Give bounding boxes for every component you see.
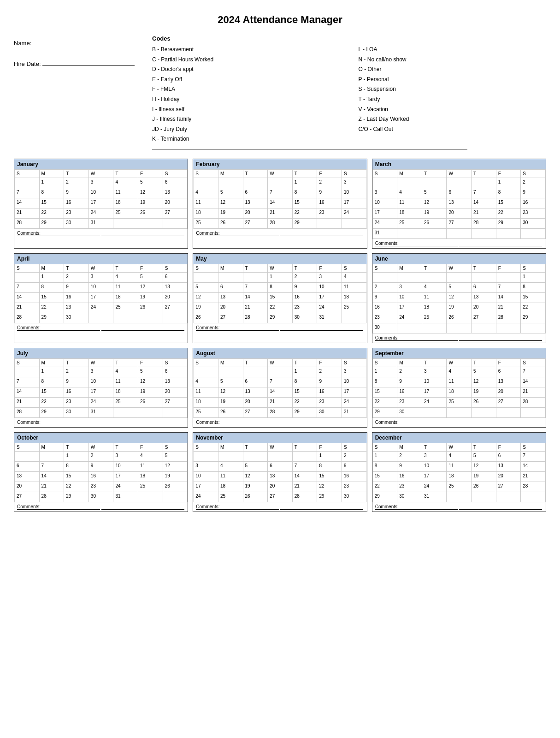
calendar-day-cell[interactable]: 21 <box>15 397 40 407</box>
calendar-day-cell[interactable]: 3 <box>372 188 397 198</box>
calendar-day-cell[interactable]: 16 <box>397 387 422 397</box>
calendar-day-cell[interactable]: 31 <box>372 228 397 238</box>
calendar-day-cell[interactable]: 2 <box>397 367 422 377</box>
calendar-day-cell[interactable]: 24 <box>422 482 447 492</box>
calendar-day-cell[interactable]: 2 <box>64 178 89 188</box>
calendar-day-cell[interactable]: 10 <box>317 282 342 292</box>
calendar-day-cell[interactable]: 27 <box>447 218 472 228</box>
calendar-day-cell[interactable]: 4 <box>113 178 138 188</box>
calendar-day-cell[interactable]: 26 <box>472 482 496 492</box>
calendar-day-cell[interactable]: 31 <box>113 492 138 502</box>
calendar-day-cell[interactable]: 6 <box>243 377 268 387</box>
calendar-day-cell[interactable]: 27 <box>218 313 243 323</box>
calendar-day-cell[interactable]: 21 <box>521 387 546 397</box>
calendar-day-cell[interactable]: 30 <box>64 313 89 323</box>
calendar-day-cell[interactable]: 28 <box>521 397 546 407</box>
calendar-day-cell[interactable]: 23 <box>521 208 546 218</box>
calendar-day-cell[interactable]: 20 <box>243 397 268 407</box>
calendar-day-cell[interactable] <box>163 313 188 323</box>
calendar-day-cell[interactable]: 9 <box>521 188 546 198</box>
calendar-day-cell[interactable]: 18 <box>397 208 422 218</box>
calendar-day-cell[interactable]: 31 <box>422 492 447 502</box>
calendar-day-cell[interactable] <box>521 492 546 502</box>
calendar-day-cell[interactable]: 16 <box>64 198 89 208</box>
calendar-day-cell[interactable]: 25 <box>397 218 422 228</box>
calendar-day-cell[interactable]: 30 <box>372 323 397 333</box>
calendar-day-cell[interactable]: 17 <box>88 292 113 303</box>
calendar-day-cell[interactable]: 29 <box>372 407 397 417</box>
calendar-day-cell[interactable] <box>218 178 243 188</box>
calendar-day-cell[interactable]: 8 <box>317 461 342 471</box>
calendar-day-cell[interactable]: 7 <box>15 377 40 387</box>
calendar-day-cell[interactable] <box>218 272 243 282</box>
calendar-day-cell[interactable]: 20 <box>218 303 243 313</box>
calendar-day-cell[interactable]: 17 <box>88 387 113 397</box>
calendar-day-cell[interactable]: 23 <box>64 303 89 313</box>
calendar-day-cell[interactable]: 14 <box>243 292 268 303</box>
calendar-day-cell[interactable]: 25 <box>218 492 243 502</box>
calendar-day-cell[interactable] <box>422 228 447 238</box>
calendar-day-cell[interactable]: 19 <box>422 208 447 218</box>
calendar-day-cell[interactable] <box>194 272 218 282</box>
calendar-day-cell[interactable]: 12 <box>243 471 268 482</box>
calendar-day-cell[interactable] <box>472 407 496 417</box>
calendar-day-cell[interactable] <box>422 178 447 188</box>
calendar-day-cell[interactable]: 20 <box>268 482 293 492</box>
calendar-day-cell[interactable] <box>163 407 188 417</box>
calendar-day-cell[interactable]: 14 <box>39 471 64 482</box>
calendar-day-cell[interactable]: 8 <box>496 188 521 198</box>
calendar-day-cell[interactable]: 16 <box>521 198 546 208</box>
calendar-day-cell[interactable]: 4 <box>113 272 138 282</box>
calendar-day-cell[interactable]: 26 <box>447 313 472 323</box>
calendar-day-cell[interactable] <box>243 451 268 461</box>
calendar-day-cell[interactable]: 30 <box>521 218 546 228</box>
calendar-day-cell[interactable]: 20 <box>447 208 472 218</box>
calendar-day-cell[interactable] <box>521 323 546 333</box>
calendar-day-cell[interactable]: 23 <box>88 482 113 492</box>
calendar-day-cell[interactable] <box>422 323 447 333</box>
calendar-day-cell[interactable]: 21 <box>39 482 64 492</box>
calendar-day-cell[interactable]: 16 <box>397 471 422 482</box>
calendar-day-cell[interactable]: 29 <box>292 218 317 228</box>
calendar-day-cell[interactable] <box>496 323 521 333</box>
calendar-day-cell[interactable] <box>15 272 40 282</box>
calendar-day-cell[interactable]: 18 <box>194 208 218 218</box>
calendar-day-cell[interactable]: 21 <box>472 208 496 218</box>
calendar-day-cell[interactable] <box>194 178 218 188</box>
calendar-day-cell[interactable]: 17 <box>397 303 422 313</box>
calendar-day-cell[interactable] <box>397 272 422 282</box>
calendar-day-cell[interactable]: 8 <box>39 282 64 292</box>
calendar-day-cell[interactable] <box>163 492 188 502</box>
calendar-day-cell[interactable]: 7 <box>496 282 521 292</box>
calendar-day-cell[interactable]: 21 <box>496 303 521 313</box>
calendar-day-cell[interactable]: 1 <box>372 367 397 377</box>
calendar-day-cell[interactable] <box>496 492 521 502</box>
calendar-day-cell[interactable]: 4 <box>218 461 243 471</box>
calendar-day-cell[interactable]: 20 <box>496 471 521 482</box>
calendar-day-cell[interactable]: 23 <box>397 397 422 407</box>
calendar-day-cell[interactable]: 8 <box>372 461 397 471</box>
calendar-day-cell[interactable]: 29 <box>39 218 64 228</box>
calendar-day-cell[interactable] <box>138 492 163 502</box>
calendar-day-cell[interactable]: 7 <box>292 461 317 471</box>
calendar-day-cell[interactable]: 13 <box>472 292 496 303</box>
calendar-day-cell[interactable]: 21 <box>243 303 268 313</box>
calendar-day-cell[interactable] <box>113 313 138 323</box>
calendar-day-cell[interactable] <box>496 272 521 282</box>
calendar-day-cell[interactable]: 15 <box>39 198 64 208</box>
calendar-day-cell[interactable]: 24 <box>194 492 218 502</box>
calendar-day-cell[interactable]: 23 <box>317 208 342 218</box>
calendar-day-cell[interactable]: 4 <box>138 451 163 461</box>
calendar-day-cell[interactable]: 2 <box>342 451 366 461</box>
calendar-day-cell[interactable]: 18 <box>113 292 138 303</box>
calendar-day-cell[interactable]: 23 <box>64 208 89 218</box>
calendar-day-cell[interactable] <box>194 367 218 377</box>
calendar-day-cell[interactable]: 12 <box>138 188 163 198</box>
calendar-day-cell[interactable]: 13 <box>163 282 188 292</box>
calendar-day-cell[interactable] <box>472 323 496 333</box>
calendar-day-cell[interactable]: 9 <box>342 461 366 471</box>
calendar-day-cell[interactable] <box>15 367 40 377</box>
calendar-day-cell[interactable]: 8 <box>292 377 317 387</box>
calendar-day-cell[interactable]: 15 <box>317 471 342 482</box>
calendar-day-cell[interactable]: 12 <box>447 292 472 303</box>
